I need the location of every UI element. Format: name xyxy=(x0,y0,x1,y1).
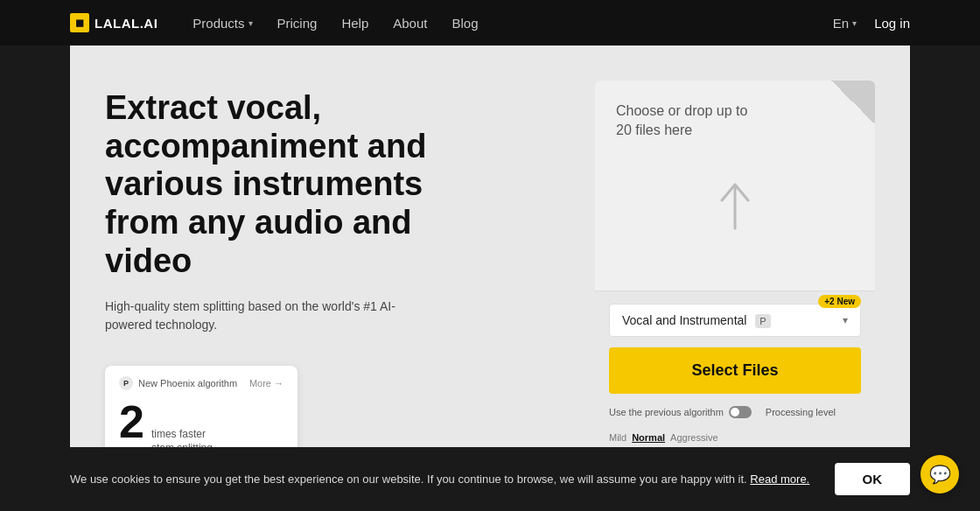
upload-arrow-icon xyxy=(709,176,761,237)
toggle-knob xyxy=(731,408,739,416)
hero-subtitle: High-quality stem splitting based on the… xyxy=(105,298,420,334)
toggle-switch[interactable] xyxy=(729,406,752,418)
logo-icon: ◼ xyxy=(70,13,89,32)
algo-toggle: Use the previous algorithm xyxy=(609,406,752,418)
language-button[interactable]: En ▾ xyxy=(833,16,857,31)
big-number: 2 xyxy=(119,399,144,444)
chat-icon: 💬 xyxy=(929,464,951,485)
upload-panel: Choose or drop up to 20 files here +2 Ne… xyxy=(595,80,875,455)
nav-products[interactable]: Products ▾ xyxy=(192,16,252,31)
login-button[interactable]: Log in xyxy=(874,16,910,31)
more-link[interactable]: More → xyxy=(249,378,284,388)
cookie-text: We use cookies to ensure you get the bes… xyxy=(70,471,814,488)
upload-arrow-area xyxy=(616,176,854,237)
select-files-button[interactable]: Select Files xyxy=(609,347,861,394)
nav-about[interactable]: About xyxy=(393,16,427,31)
nav-right: En ▾ Log in xyxy=(833,16,910,31)
algo-toggle-label: Use the previous algorithm xyxy=(609,407,724,417)
processing-options: Mild Normal Aggressive xyxy=(609,432,718,443)
pro-badge: P xyxy=(755,314,770,328)
dropdown-value: Vocal and Instrumental P xyxy=(622,313,771,327)
track-type-dropdown[interactable]: Vocal and Instrumental P ▾ xyxy=(609,304,861,337)
processing-mild[interactable]: Mild xyxy=(609,432,626,443)
dropdown-row: +2 New Vocal and Instrumental P ▾ xyxy=(609,304,861,337)
chat-widget[interactable]: 💬 xyxy=(920,455,959,494)
algorithm-label: New Phoenix algorithm xyxy=(138,378,237,388)
bottom-options: Use the previous algorithm Processing le… xyxy=(609,406,861,443)
phoenix-icon: P xyxy=(119,376,133,390)
chevron-down-icon: ▾ xyxy=(852,18,857,28)
nav-pricing[interactable]: Pricing xyxy=(277,16,318,31)
processing-aggressive[interactable]: Aggressive xyxy=(670,432,718,443)
hero-title: Extract vocal, accompaniment and various… xyxy=(105,89,438,280)
cookie-banner: We use cookies to ensure you get the bes… xyxy=(0,447,980,511)
logo[interactable]: ◼ LALAL.AI xyxy=(70,13,158,32)
processing-normal[interactable]: Normal xyxy=(632,432,665,443)
processing-label: Processing level xyxy=(766,407,836,417)
cookie-ok-button[interactable]: OK xyxy=(835,463,911,495)
new-badge: +2 New xyxy=(818,295,861,308)
chevron-down-icon: ▾ xyxy=(843,314,848,326)
nav-help[interactable]: Help xyxy=(341,16,368,31)
navbar: ◼ LALAL.AI Products ▾ Pricing Help About… xyxy=(0,0,980,46)
drop-area[interactable]: Choose or drop up to 20 files here xyxy=(595,80,875,290)
read-more-link[interactable]: Read more. xyxy=(750,472,809,486)
drop-text: Choose or drop up to 20 files here xyxy=(616,102,756,141)
logo-text: LALAL.AI xyxy=(94,16,158,31)
nav-blog[interactable]: Blog xyxy=(452,16,478,31)
left-panel: Extract vocal, accompaniment and various… xyxy=(105,80,542,508)
upload-controls: +2 New Vocal and Instrumental P ▾ Select… xyxy=(595,290,875,455)
chevron-down-icon: ▾ xyxy=(248,18,253,28)
main-content: Extract vocal, accompaniment and various… xyxy=(70,46,910,511)
card-header: P New Phoenix algorithm More → xyxy=(119,376,284,390)
